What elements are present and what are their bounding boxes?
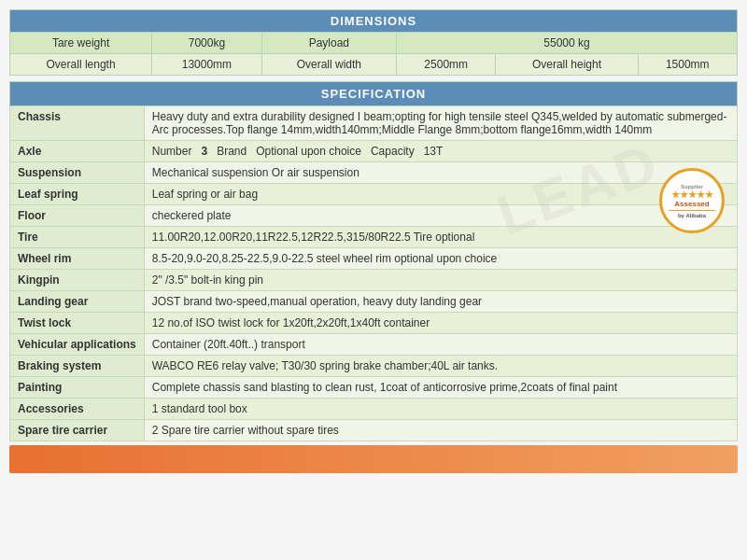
table-row: ChassisHeavy duty and extra durability d… bbox=[10, 106, 738, 141]
spec-value: 8.5-20,9.0-20,8.25-22.5,9.0-22.5 steel w… bbox=[144, 248, 737, 270]
tare-weight-value: 7000kg bbox=[152, 33, 262, 54]
dimensions-table: DIMENSIONS Tare weight 7000kg Payload 55… bbox=[9, 9, 738, 76]
table-row: Spare tire carrier2 Spare tire carrier w… bbox=[10, 420, 738, 441]
spec-value: checkered plate bbox=[144, 205, 737, 227]
table-row: Accessories1 standard tool box bbox=[10, 399, 738, 420]
spec-value: Mechanical suspension Or air suspension bbox=[144, 162, 737, 184]
spec-label: Landing gear bbox=[10, 291, 145, 313]
badge-star-icon: ★★★★★ bbox=[671, 189, 713, 200]
spec-label: Tire bbox=[10, 227, 145, 248]
spec-value: 2" /3.5" bolt-in king pin bbox=[144, 270, 737, 291]
table-row: SuspensionMechanical suspension Or air s… bbox=[10, 162, 738, 184]
spec-value: 11.00R20,12.00R20,11R22.5,12R22.5,315/80… bbox=[144, 227, 737, 248]
overall-height-label: Overall height bbox=[496, 54, 638, 76]
overall-width-value: 2500mm bbox=[397, 54, 496, 76]
spec-value: Leaf spring or air bag bbox=[144, 184, 737, 205]
axle-brand-label: Brand bbox=[217, 145, 247, 158]
badge-circle: Supplier ★★★★★ Assessed by Alibaba bbox=[659, 168, 725, 233]
axle-capacity-label: Capacity bbox=[371, 145, 415, 158]
table-row: Floorcheckered plate bbox=[10, 205, 738, 227]
spec-label: Spare tire carrier bbox=[10, 420, 145, 441]
spec-label: Twist lock bbox=[10, 313, 145, 334]
spec-label: Kingpin bbox=[10, 270, 145, 291]
axle-number-label: Number bbox=[152, 145, 192, 158]
badge-divider bbox=[669, 210, 715, 211]
overall-length-label: Overall length bbox=[10, 54, 152, 76]
spec-value: Complete chassis sand blasting to clean … bbox=[144, 377, 737, 399]
spec-value: 1 standard tool box bbox=[144, 399, 737, 420]
table-row: Braking systemWABCO RE6 relay valve; T30… bbox=[10, 356, 738, 377]
specification-table: SPECIFICATION ChassisHeavy duty and extr… bbox=[9, 81, 738, 441]
table-row: AxleNumber 3 Brand Optional upon choice … bbox=[10, 141, 738, 162]
table-row: Twist lock12 no.of ISO twist lock for 1x… bbox=[10, 313, 738, 334]
payload-value: 55000 kg bbox=[397, 33, 738, 54]
table-row: Wheel rim8.5-20,9.0-20,8.25-22.5,9.0-22.… bbox=[10, 248, 738, 270]
spec-label: Wheel rim bbox=[10, 248, 145, 270]
table-row: PaintingComplete chassis sand blasting t… bbox=[10, 377, 738, 399]
overall-width-label: Overall width bbox=[261, 54, 396, 76]
spec-value: JOST brand two-speed,manual operation, h… bbox=[144, 291, 737, 313]
spec-value: Heavy duty and extra durability designed… bbox=[144, 106, 737, 141]
spec-label: Suspension bbox=[10, 162, 145, 184]
spec-value: Container (20ft.40ft..) transport bbox=[144, 334, 737, 356]
overall-height-value: 1500mm bbox=[638, 54, 737, 76]
spec-value: 2 Spare tire carrier without spare tires bbox=[144, 420, 737, 441]
badge-bottom: by Alibaba bbox=[678, 213, 706, 218]
spec-value: WABCO RE6 relay valve; T30/30 spring bra… bbox=[144, 356, 737, 377]
table-row: Tire11.00R20,12.00R20,11R22.5,12R22.5,31… bbox=[10, 227, 738, 248]
bottom-bar bbox=[9, 445, 738, 473]
table-row: Vehicular applicationsContainer (20ft.40… bbox=[10, 334, 738, 356]
supplier-badge: Supplier ★★★★★ Assessed by Alibaba bbox=[659, 168, 725, 233]
table-row: Leaf springLeaf spring or air bag bbox=[10, 184, 738, 205]
specification-header: SPECIFICATION bbox=[10, 82, 738, 106]
axle-number-value: 3 bbox=[201, 145, 207, 158]
spec-value: Number 3 Brand Optional upon choice Capa… bbox=[144, 141, 737, 162]
spec-label: Chassis bbox=[10, 106, 145, 141]
spec-label: Painting bbox=[10, 377, 145, 399]
table-row: Kingpin2" /3.5" bolt-in king pin bbox=[10, 270, 738, 291]
spec-label: Vehicular applications bbox=[10, 334, 145, 356]
overall-length-value: 13000mm bbox=[152, 54, 262, 76]
spec-label: Floor bbox=[10, 205, 145, 227]
spec-label: Axle bbox=[10, 141, 145, 162]
tare-weight-label: Tare weight bbox=[10, 33, 152, 54]
badge-middle: Assessed bbox=[674, 200, 709, 208]
spec-label: Braking system bbox=[10, 356, 145, 377]
axle-capacity-value: 13T bbox=[424, 145, 444, 158]
axle-brand-value: Optional upon choice bbox=[256, 145, 361, 158]
payload-label: Payload bbox=[261, 33, 396, 54]
table-row: Landing gearJOST brand two-speed,manual … bbox=[10, 291, 738, 313]
dimensions-header: DIMENSIONS bbox=[10, 10, 738, 33]
spec-label: Accessories bbox=[10, 399, 145, 420]
spec-label: Leaf spring bbox=[10, 184, 145, 205]
spec-value: 12 no.of ISO twist lock for 1x20ft,2x20f… bbox=[144, 313, 737, 334]
